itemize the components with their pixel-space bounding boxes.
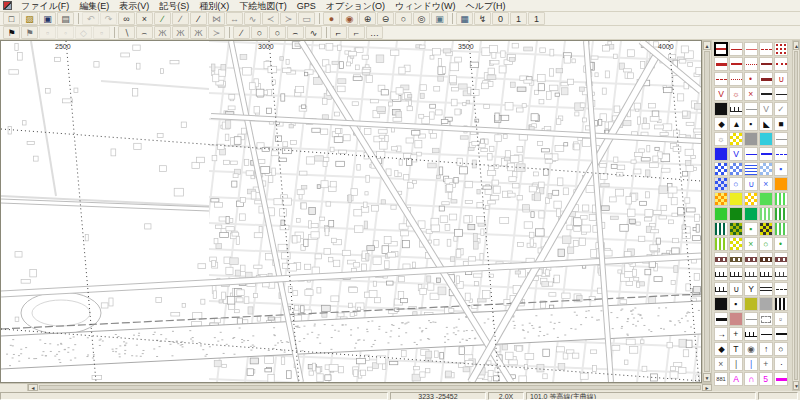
- palette-cell-97[interactable]: [744, 327, 758, 341]
- palette-cell-47[interactable]: ∪: [744, 177, 758, 191]
- merge-icon[interactable]: ⋈: [208, 12, 225, 25]
- line-tool-icon[interactable]: ∖: [118, 26, 135, 39]
- palette-cell-7[interactable]: [744, 57, 758, 71]
- palette-cell-48[interactable]: ×: [759, 177, 773, 191]
- palette-cell-74[interactable]: [774, 252, 788, 266]
- palette-cell-44[interactable]: ▪: [774, 162, 788, 176]
- palette-cell-20[interactable]: [714, 102, 728, 116]
- palette-cell-26[interactable]: ▲: [729, 117, 743, 131]
- palette-cell-3[interactable]: [759, 42, 773, 56]
- palette-cell-90[interactable]: [714, 312, 728, 326]
- palette-scroll-up-icon[interactable]: ▲: [793, 41, 799, 50]
- palette-cell-110[interactable]: 881: [714, 372, 728, 386]
- palette-cell-15[interactable]: V: [714, 87, 728, 101]
- scroll-up-icon[interactable]: ▲: [703, 41, 711, 50]
- palette-cell-52[interactable]: [744, 192, 758, 206]
- palette-cell-95[interactable]: →: [714, 327, 728, 341]
- palette-cell-92[interactable]: [744, 312, 758, 326]
- palette-cell-54[interactable]: [774, 192, 788, 206]
- palette-cell-84[interactable]: [774, 282, 788, 296]
- palette-cell-109[interactable]: ·: [774, 357, 788, 371]
- zoom-window-icon[interactable]: ○: [395, 12, 412, 25]
- palette-cell-21[interactable]: [729, 102, 743, 116]
- palette-cell-2[interactable]: [744, 42, 758, 56]
- palette-cell-13[interactable]: [759, 72, 773, 86]
- palette-cell-64[interactable]: [774, 222, 788, 236]
- palette-cell-106[interactable]: |: [729, 357, 743, 371]
- reverse-icon[interactable]: ≻: [208, 26, 225, 39]
- palette-cell-8[interactable]: [759, 57, 773, 71]
- palette-cell-6[interactable]: [729, 57, 743, 71]
- palette-cell-62[interactable]: ▪: [744, 222, 758, 236]
- palette-cell-28[interactable]: ◣: [759, 117, 773, 131]
- draw-line-icon[interactable]: ∕: [233, 26, 250, 39]
- pan-prev-icon[interactable]: ◉: [341, 12, 358, 25]
- palette-cell-56[interactable]: [729, 207, 743, 221]
- palette-cell-77[interactable]: [744, 267, 758, 281]
- palette-cell-36[interactable]: V: [729, 147, 743, 161]
- palette-cell-51[interactable]: [729, 192, 743, 206]
- palette-cell-1[interactable]: [729, 42, 743, 56]
- open-icon[interactable]: ▨: [21, 12, 38, 25]
- menu-item-type[interactable]: 種別(X): [194, 0, 234, 12]
- redo-icon[interactable]: ↷: [100, 12, 117, 25]
- split-2-icon[interactable]: Ж: [172, 26, 189, 39]
- palette-cell-83[interactable]: [759, 282, 773, 296]
- vertex-add-icon[interactable]: ∕: [154, 12, 171, 25]
- zoom-edit-icon[interactable]: ◎: [413, 12, 430, 25]
- save-icon[interactable]: ▣: [39, 12, 56, 25]
- draw-curve-icon[interactable]: ∿: [305, 26, 322, 39]
- palette-cell-41[interactable]: [729, 162, 743, 176]
- palette-cell-10[interactable]: [714, 72, 728, 86]
- vertex-edit-icon[interactable]: ∕: [172, 12, 189, 25]
- menu-item-window[interactable]: ウィンドウ(W): [390, 0, 461, 12]
- palette-cell-60[interactable]: [714, 222, 728, 236]
- polyline-icon[interactable]: ⌐: [330, 26, 347, 39]
- menu-item-edit[interactable]: 編集(E): [74, 0, 114, 12]
- level-1-button[interactable]: 1: [510, 12, 527, 25]
- menu-item-symbol[interactable]: 記号(S): [154, 0, 194, 12]
- polyline-cont-icon[interactable]: ⌐: [348, 26, 365, 39]
- map-canvas[interactable]: 2500300035004000: [0, 40, 702, 383]
- palette-cell-23[interactable]: V: [759, 102, 773, 116]
- palette-cell-86[interactable]: ▪: [729, 297, 743, 311]
- zoom-out-icon[interactable]: ⊖: [377, 12, 394, 25]
- palette-cell-108[interactable]: +: [759, 357, 773, 371]
- palette-cell-87[interactable]: [744, 297, 758, 311]
- palette-cell-59[interactable]: [774, 207, 788, 221]
- palette-cell-101[interactable]: T: [729, 342, 743, 356]
- select-flag-icon[interactable]: ⚑: [3, 26, 20, 39]
- palette-cell-69[interactable]: •: [774, 237, 788, 251]
- palette-cell-73[interactable]: [759, 252, 773, 266]
- palette-cell-61[interactable]: [729, 222, 743, 236]
- extend-icon[interactable]: ≻: [280, 12, 297, 25]
- new-icon[interactable]: □: [3, 12, 20, 25]
- map-horizontal-scrollbar[interactable]: ◄ ►: [0, 383, 712, 391]
- hscroll-thumb[interactable]: [39, 385, 701, 390]
- palette-cell-89[interactable]: [774, 297, 788, 311]
- palette-cell-27[interactable]: ▪: [744, 117, 758, 131]
- palette-cell-93[interactable]: [759, 312, 773, 326]
- palette-cell-12[interactable]: •: [744, 72, 758, 86]
- palette-cell-17[interactable]: ×: [744, 87, 758, 101]
- palette-cell-98[interactable]: [759, 327, 773, 341]
- zoom-in-icon[interactable]: ⊕: [359, 12, 376, 25]
- palette-scrollbar[interactable]: ▲ ▼: [792, 40, 800, 391]
- palette-cell-99[interactable]: [774, 327, 788, 341]
- palette-cell-58[interactable]: [759, 207, 773, 221]
- more-button[interactable]: …: [366, 26, 383, 39]
- palette-cell-43[interactable]: [759, 162, 773, 176]
- palette-cell-42[interactable]: [744, 162, 758, 176]
- draw-circle-icon[interactable]: ○: [269, 26, 286, 39]
- palette-cell-114[interactable]: [774, 372, 788, 386]
- level-0-button[interactable]: 0: [492, 12, 509, 25]
- palette-cell-104[interactable]: ○: [774, 342, 788, 356]
- properties-icon[interactable]: ▭: [298, 12, 315, 25]
- select-add-flag-icon[interactable]: ⚑: [21, 26, 38, 39]
- palette-cell-29[interactable]: ■: [774, 117, 788, 131]
- palette-cell-49[interactable]: [774, 177, 788, 191]
- palette-cell-103[interactable]: ↑: [759, 342, 773, 356]
- palette-cell-4[interactable]: [774, 42, 788, 56]
- vscroll-thumb[interactable]: [704, 51, 710, 372]
- palette-cell-78[interactable]: [759, 267, 773, 281]
